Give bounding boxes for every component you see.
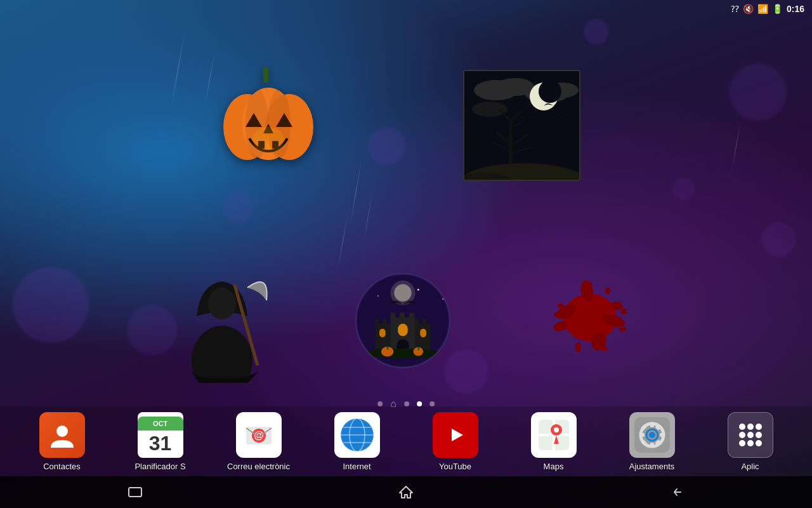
- svg-point-114: [756, 440, 762, 446]
- svg-point-111: [756, 432, 762, 438]
- svg-point-7: [539, 80, 561, 103]
- svg-text:@: @: [254, 430, 264, 441]
- app-internet[interactable]: Internet: [322, 412, 392, 471]
- grim-reaper-icon[interactable]: [181, 267, 270, 381]
- svg-point-72: [554, 312, 558, 317]
- svg-point-110: [747, 432, 754, 438]
- svg-point-32: [208, 288, 236, 319]
- svg-point-107: [747, 424, 754, 430]
- svg-point-105: [649, 432, 655, 438]
- internet-icon: [334, 412, 380, 458]
- svg-marker-116: [400, 486, 412, 498]
- svg-point-56: [363, 349, 443, 359]
- svg-rect-54: [420, 329, 426, 338]
- svg-rect-43: [391, 312, 396, 320]
- app-calendar[interactable]: OCT 31 Planificador S: [126, 412, 195, 471]
- svg-point-68: [575, 342, 581, 352]
- recent-apps-button[interactable]: [115, 481, 155, 503]
- svg-rect-47: [375, 319, 379, 325]
- svg-point-108: [756, 424, 762, 430]
- calendar-date: 31: [149, 433, 172, 453]
- night-widget[interactable]: [463, 70, 580, 181]
- youtube-icon: [433, 412, 478, 458]
- page-dot-2[interactable]: [404, 401, 409, 406]
- email-label: Correu electrònic: [227, 462, 290, 471]
- svg-rect-44: [400, 312, 405, 320]
- pumpkin-icon[interactable]: [219, 57, 317, 168]
- app-dock: Contactes OCT 31 Planificador S @ Correu…: [0, 406, 812, 476]
- apps-label: Aplic: [741, 462, 759, 471]
- calendar-label: Planificador S: [134, 462, 185, 471]
- svg-point-112: [739, 440, 745, 446]
- status-bar: ⁇ 🔇 📶 🔋 0:16: [685, 0, 812, 18]
- svg-rect-50: [415, 319, 419, 325]
- svg-point-71: [619, 327, 626, 331]
- contacts-icon: [39, 412, 85, 458]
- app-youtube[interactable]: YouTube: [421, 412, 490, 471]
- svg-point-106: [739, 424, 745, 430]
- svg-rect-97: [650, 443, 654, 448]
- app-email[interactable]: @ Correu electrònic: [224, 412, 294, 471]
- app-maps[interactable]: Maps: [519, 412, 589, 471]
- svg-point-76: [56, 425, 68, 437]
- maps-icon: [531, 412, 577, 458]
- bokeh-6: [444, 349, 488, 394]
- night-scene: [464, 71, 579, 180]
- bokeh-1: [13, 267, 89, 343]
- svg-rect-48: [383, 319, 386, 325]
- blood-splat-icon[interactable]: [546, 273, 634, 362]
- back-button[interactable]: [657, 480, 697, 504]
- calendar-icon: OCT 31: [138, 412, 183, 458]
- app-launcher[interactable]: Aplic: [716, 412, 785, 471]
- svg-point-69: [605, 287, 610, 294]
- bokeh-4: [584, 19, 609, 44]
- bokeh-7: [730, 64, 787, 121]
- mute-icon: 🔇: [743, 4, 754, 14]
- bluetooth-icon: ⁇: [731, 4, 739, 14]
- svg-point-93: [554, 427, 559, 432]
- home-button[interactable]: [386, 480, 426, 504]
- bokeh-3: [368, 127, 406, 165]
- svg-point-41: [394, 284, 411, 302]
- svg-rect-99: [660, 433, 665, 437]
- page-dot-4[interactable]: [429, 401, 435, 406]
- svg-rect-51: [422, 319, 426, 325]
- svg-point-75: [603, 347, 607, 351]
- maps-label: Maps: [544, 462, 564, 471]
- bokeh-2: [127, 305, 178, 356]
- internet-label: Internet: [343, 462, 370, 471]
- svg-rect-19: [263, 67, 268, 83]
- app-contacts[interactable]: Contactes: [27, 412, 97, 471]
- wifi-icon: 📶: [757, 4, 768, 14]
- svg-rect-115: [129, 488, 141, 497]
- page-dot-3[interactable]: [417, 401, 422, 406]
- battery-icon: 🔋: [772, 4, 783, 14]
- page-dot-1[interactable]: [377, 401, 383, 406]
- svg-rect-45: [409, 312, 414, 320]
- svg-point-70: [558, 304, 563, 308]
- svg-point-109: [739, 432, 745, 438]
- svg-point-38: [377, 295, 379, 297]
- svg-point-39: [442, 298, 443, 300]
- haunted-house-icon[interactable]: [355, 273, 450, 368]
- svg-point-31: [192, 326, 252, 383]
- apps-grid-icon: [728, 412, 773, 458]
- bokeh-5: [222, 190, 254, 222]
- svg-rect-98: [639, 433, 645, 437]
- svg-point-113: [747, 440, 754, 446]
- clock: 0:16: [787, 4, 804, 14]
- youtube-label: YouTube: [439, 462, 471, 471]
- svg-point-37: [417, 289, 419, 291]
- svg-rect-52: [398, 324, 408, 336]
- svg-rect-59: [387, 347, 389, 350]
- svg-point-74: [587, 283, 592, 287]
- svg-point-30: [252, 127, 284, 152]
- email-icon: @: [236, 412, 282, 458]
- svg-rect-60: [417, 347, 419, 351]
- settings-label: Ajustaments: [629, 462, 675, 471]
- settings-icon: [629, 412, 675, 458]
- svg-point-5: [472, 102, 508, 117]
- app-settings[interactable]: Ajustaments: [617, 412, 687, 471]
- navigation-bar: [0, 476, 812, 508]
- contacts-label: Contactes: [43, 462, 81, 471]
